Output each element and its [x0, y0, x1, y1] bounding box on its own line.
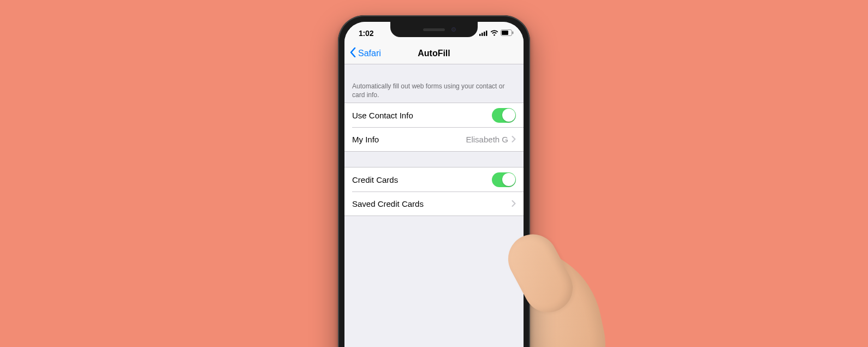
phone-frame: 1:02 — [338, 15, 530, 347]
credit-cards-label: Credit Cards — [352, 175, 492, 184]
contact-info-group: Use Contact Info My Info Elisabeth G — [344, 103, 524, 152]
status-time: 1:02 — [359, 29, 373, 38]
svg-rect-6 — [513, 32, 514, 34]
svg-rect-3 — [486, 31, 487, 36]
chevron-right-icon — [512, 135, 516, 144]
cellular-signal-icon — [479, 29, 488, 38]
phone-screen: 1:02 — [344, 22, 524, 347]
wifi-icon — [490, 29, 498, 38]
svg-rect-5 — [502, 31, 508, 35]
chevron-left-icon — [350, 47, 356, 59]
battery-icon — [501, 29, 514, 38]
svg-rect-0 — [479, 34, 481, 36]
use-contact-info-toggle[interactable] — [492, 108, 516, 123]
my-info-label: My Info — [352, 135, 466, 144]
use-contact-info-label: Use Contact Info — [352, 111, 492, 120]
credit-cards-toggle[interactable] — [492, 172, 516, 187]
use-contact-info-row: Use Contact Info — [344, 103, 524, 127]
saved-credit-cards-row[interactable]: Saved Credit Cards — [344, 192, 524, 216]
saved-credit-cards-label: Saved Credit Cards — [352, 199, 512, 208]
phone-notch — [390, 22, 478, 37]
chevron-right-icon — [512, 199, 516, 208]
my-info-row[interactable]: My Info Elisabeth G — [344, 127, 524, 151]
my-info-value: Elisabeth G — [466, 135, 508, 144]
svg-rect-1 — [481, 33, 483, 36]
section-header-text: Automatically fill out web forms using y… — [344, 64, 524, 103]
back-label: Safari — [358, 49, 381, 58]
credit-cards-row: Credit Cards — [344, 167, 524, 192]
svg-rect-2 — [484, 32, 485, 36]
credit-cards-group: Credit Cards Saved Credit Cards — [344, 167, 524, 216]
back-button[interactable]: Safari — [350, 47, 381, 59]
nav-bar: Safari AutoFill — [344, 43, 524, 64]
